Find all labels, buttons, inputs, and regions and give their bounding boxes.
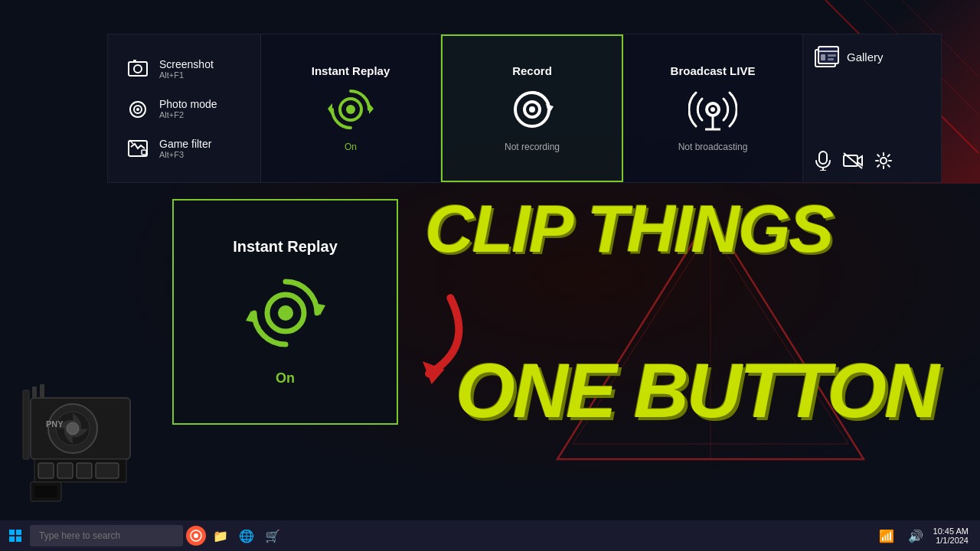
broadcast-panel-top[interactable]: Broadcast LIVE Not broadcasting xyxy=(623,34,803,182)
svg-rect-36 xyxy=(844,155,858,166)
svg-rect-62 xyxy=(16,536,21,542)
windows-start-button[interactable] xyxy=(4,524,27,547)
taskbar-sound-icon[interactable]: 🔊 xyxy=(904,524,927,547)
svg-rect-49 xyxy=(38,463,54,478)
svg-rect-32 xyxy=(828,58,834,60)
svg-rect-8 xyxy=(133,60,136,62)
svg-rect-31 xyxy=(828,54,836,57)
broadcast-icon xyxy=(688,85,737,134)
instant-replay-status: On xyxy=(345,142,357,152)
taskbar-file-icon[interactable]: 📁 xyxy=(209,524,232,547)
record-panel-top[interactable]: Record Not recording xyxy=(441,34,623,182)
screenshot-shortcut: Alt+F1 xyxy=(159,70,214,80)
svg-point-16 xyxy=(346,105,355,114)
settings-button[interactable] xyxy=(874,152,893,170)
photo-mode-icon xyxy=(126,96,150,121)
game-filter-text: Game filter Alt+F3 xyxy=(159,138,211,159)
gallery-item[interactable]: Gallery xyxy=(815,46,929,67)
taskbar-network-icon[interactable]: 📶 xyxy=(875,524,898,547)
svg-point-24 xyxy=(710,107,715,112)
svg-marker-18 xyxy=(328,103,332,116)
svg-rect-33 xyxy=(819,152,827,164)
photo-mode-text: Photo mode Alt+F2 xyxy=(159,98,217,119)
photo-mode-item[interactable]: Photo mode Alt+F2 xyxy=(119,92,249,126)
svg-rect-50 xyxy=(57,463,73,478)
svg-point-7 xyxy=(134,65,142,73)
broadcast-status: Not broadcasting xyxy=(678,142,748,152)
right-panel: Gallery xyxy=(803,34,941,182)
svg-marker-22 xyxy=(546,104,554,114)
taskbar-time: 10:45 AM 1/1/2024 xyxy=(933,527,969,545)
svg-point-64 xyxy=(194,533,198,538)
top-bar: Screenshot Alt+F1 Photo mode Alt+F2 xyxy=(107,34,942,183)
taskbar-chrome-icon[interactable] xyxy=(186,526,206,546)
svg-rect-52 xyxy=(96,463,119,478)
svg-marker-17 xyxy=(369,103,374,114)
clip-things-text: CLIP THINGS xyxy=(425,195,832,262)
svg-rect-51 xyxy=(77,463,92,478)
ir-panel-title: Instant Replay xyxy=(233,238,338,256)
game-filter-shortcut: Alt+F3 xyxy=(159,150,211,159)
ir-panel-status: On xyxy=(276,370,295,386)
taskbar-search-input[interactable] xyxy=(30,525,183,546)
right-icons xyxy=(815,151,929,171)
svg-rect-61 xyxy=(9,536,15,542)
screenshot-icon xyxy=(126,57,150,81)
middle-panels: Instant Replay On Record xyxy=(261,34,803,182)
svg-rect-59 xyxy=(9,530,15,535)
game-filter-label: Game filter xyxy=(159,138,211,150)
instant-replay-title: Instant Replay xyxy=(312,64,390,77)
instant-replay-large-icon xyxy=(243,271,328,355)
photo-mode-shortcut: Alt+F2 xyxy=(159,110,217,119)
broadcast-title: Broadcast LIVE xyxy=(671,64,756,77)
svg-point-47 xyxy=(67,422,79,435)
record-status: Not recording xyxy=(505,142,560,152)
game-filter-icon xyxy=(126,136,150,161)
svg-point-38 xyxy=(880,158,887,164)
instant-replay-icon xyxy=(326,85,375,134)
game-filter-item[interactable]: Game filter Alt+F3 xyxy=(119,132,249,165)
svg-text:PNY: PNY xyxy=(46,419,64,429)
photo-mode-label: Photo mode xyxy=(159,98,217,110)
svg-rect-6 xyxy=(129,62,147,76)
gallery-icon xyxy=(815,46,839,67)
svg-rect-53 xyxy=(23,390,29,459)
one-button-text: ONE BUTTON xyxy=(456,352,937,429)
screenshot-label: Screenshot xyxy=(159,58,214,70)
svg-rect-30 xyxy=(821,54,825,60)
svg-point-21 xyxy=(529,106,535,112)
taskbar-store-icon[interactable]: 🛒 xyxy=(261,524,284,547)
gpu-image: PNY xyxy=(15,375,145,536)
taskbar: 📁 🌐 🛒 📶 🔊 10:45 AM 1/1/2024 xyxy=(0,520,980,551)
svg-rect-60 xyxy=(16,530,21,535)
svg-rect-13 xyxy=(142,150,146,155)
taskbar-system-tray: 📶 🔊 10:45 AM 1/1/2024 xyxy=(875,524,976,547)
gallery-label: Gallery xyxy=(847,51,884,64)
svg-rect-57 xyxy=(34,486,57,497)
svg-point-11 xyxy=(136,108,139,111)
screenshot-item[interactable]: Screenshot Alt+F1 xyxy=(119,52,249,86)
screenshot-text: Screenshot Alt+F1 xyxy=(159,58,214,80)
svg-rect-55 xyxy=(40,384,44,398)
taskbar-edge-icon[interactable]: 🌐 xyxy=(235,524,258,547)
svg-point-40 xyxy=(278,305,293,321)
instant-replay-panel-top[interactable]: Instant Replay On xyxy=(261,34,441,182)
mic-button[interactable] xyxy=(815,151,831,171)
svg-rect-54 xyxy=(32,386,37,398)
record-icon xyxy=(508,85,557,134)
instant-replay-expanded-panel[interactable]: Instant Replay On xyxy=(172,199,398,425)
camera-off-button[interactable] xyxy=(843,152,863,169)
record-title: Record xyxy=(512,64,552,77)
left-panel: Screenshot Alt+F1 Photo mode Alt+F2 xyxy=(108,34,261,182)
